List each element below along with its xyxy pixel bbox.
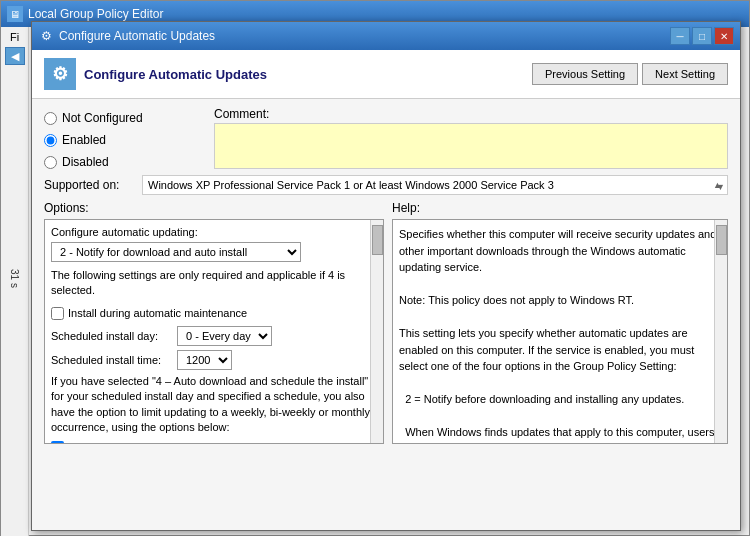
scheduled-time-row: Scheduled install time: 1200 [51,350,377,370]
help-scrollbar-thumb[interactable] [716,225,727,255]
options-note-below: If you have selected "4 – Auto download … [51,374,377,436]
window-controls: ─ □ ✕ [670,27,734,45]
install-maintenance-checkbox[interactable] [51,307,64,320]
outer-title-left: 🖥 Local Group Policy Editor [7,6,163,22]
help-box: Specifies whether this computer will rec… [392,219,728,444]
file-menu-label[interactable]: Fi [10,31,19,43]
help-panel: Help: Specifies whether this computer wi… [392,201,728,444]
previous-setting-button[interactable]: Previous Setting [532,63,638,85]
scheduled-day-dropdown[interactable]: 0 - Every day [177,326,272,346]
outer-window-title: Local Group Policy Editor [28,7,163,21]
dialog-icon: ⚙ [38,28,54,44]
comment-label: Comment: [214,107,728,121]
dialog-header-title: ⚙ Configure Automatic Updates [44,58,267,90]
every-week-label: Every week [68,442,125,444]
close-button[interactable]: ✕ [714,27,734,45]
options-scrollbar[interactable] [370,220,383,443]
radio-disabled[interactable]: Disabled [44,155,204,169]
comment-section: Comment: [214,107,728,169]
scheduled-day-row: Scheduled install day: 0 - Every day [51,326,377,346]
minimize-button[interactable]: ─ [670,27,690,45]
left-strip: Fi ◀ 31 s [1,27,29,536]
options-panel: Options: Configure automatic updating: 2… [44,201,384,444]
options-label: Options: [44,201,384,215]
every-week-checkbox[interactable] [51,441,64,444]
help-scrollbar[interactable] [714,220,727,443]
radio-enabled-label: Enabled [62,133,106,147]
inner-titlebar: ⚙ Configure Automatic Updates ─ □ ✕ [32,22,740,50]
restore-button[interactable]: □ [692,27,712,45]
inner-title-left: ⚙ Configure Automatic Updates [38,28,215,44]
supported-text: Windows XP Professional Service Pack 1 o… [148,179,554,191]
configure-dropdown-row: 2 - Notify for download and auto install [51,242,377,262]
next-setting-button[interactable]: Next Setting [642,63,728,85]
header-icon: ⚙ [44,58,76,90]
outer-window-icon: 🖥 [7,6,23,22]
every-week-row[interactable]: Every week [51,441,377,444]
radio-group: Not Configured Enabled Disabled [44,107,204,169]
help-label: Help: [392,201,728,215]
inner-dialog: ⚙ Configure Automatic Updates ─ □ ✕ ⚙ Co… [31,21,741,531]
top-section: Not Configured Enabled Disabled Comment: [44,107,728,169]
outer-window: 🖥 Local Group Policy Editor Fi ◀ 31 s ⚙ … [0,0,750,536]
supported-label: Supported on: [44,178,134,192]
supported-scroll-down: ▼ [716,182,725,192]
nav-buttons: Previous Setting Next Setting [532,63,728,85]
scheduled-day-label: Scheduled install day: [51,330,171,342]
help-text: Specifies whether this computer will rec… [399,228,719,444]
supported-value-inner: Windows XP Professional Service Pack 1 o… [148,179,722,191]
configure-label: Configure automatic updating: [51,226,377,238]
supported-value: Windows XP Professional Service Pack 1 o… [142,175,728,195]
dialog-header: ⚙ Configure Automatic Updates Previous S… [32,50,740,99]
radio-not-configured[interactable]: Not Configured [44,111,204,125]
scheduled-time-label: Scheduled install time: [51,354,171,366]
page-number: 31 s [9,269,20,288]
supported-row: Supported on: Windows XP Professional Se… [44,175,728,195]
options-help-row: Options: Configure automatic updating: 2… [44,201,728,444]
radio-not-configured-input[interactable] [44,112,57,125]
inner-dialog-title: Configure Automatic Updates [59,29,215,43]
options-box: Configure automatic updating: 2 - Notify… [44,219,384,444]
scheduled-time-dropdown[interactable]: 1200 [177,350,232,370]
dialog-content: Not Configured Enabled Disabled Comment: [32,99,740,452]
radio-disabled-input[interactable] [44,156,57,169]
radio-enabled[interactable]: Enabled [44,133,204,147]
radio-disabled-label: Disabled [62,155,109,169]
options-note-text: The following settings are only required… [51,268,377,299]
comment-textarea[interactable] [214,123,728,169]
back-button[interactable]: ◀ [5,47,25,65]
install-maintenance-label: Install during automatic maintenance [68,307,247,319]
options-scrollbar-thumb[interactable] [372,225,383,255]
radio-not-configured-label: Not Configured [62,111,143,125]
install-maintenance-row[interactable]: Install during automatic maintenance [51,307,377,320]
dialog-header-label: Configure Automatic Updates [84,67,267,82]
configure-dropdown[interactable]: 2 - Notify for download and auto install [51,242,301,262]
radio-enabled-input[interactable] [44,134,57,147]
